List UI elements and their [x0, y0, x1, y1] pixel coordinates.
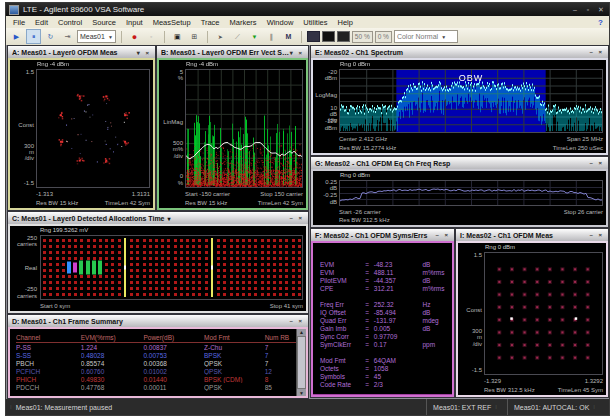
panel-controls[interactable]: – ×	[589, 49, 604, 55]
measurement-select[interactable]: Meas01 ▼	[77, 30, 116, 43]
menu-item-markers[interactable]: Markers	[225, 17, 262, 28]
menu-item-utilities[interactable]: Utilities	[298, 17, 332, 28]
menu-item-input[interactable]: Input	[121, 17, 148, 28]
record-icon[interactable]: ●	[127, 29, 142, 44]
menu-item-edit[interactable]: Edit	[30, 17, 53, 28]
table-row[interactable]: PHICH0.498300.01440BPSK (CDM)8	[16, 375, 296, 383]
result-row: Freq Err=252.32Hz	[313, 301, 452, 309]
status-bar: ⁞ Meas01: Measurement paused Meas01: EXT…	[6, 399, 609, 415]
result-row: Sync Corr=0.97709	[313, 333, 452, 341]
table-row[interactable]: PCFICH0.607600.01002QPSK12	[16, 367, 296, 375]
table-cell: 7	[265, 351, 296, 359]
panel-c-titlebar[interactable]: C: Meas01 - Layer0 Detected Allocations …	[8, 212, 308, 224]
peak-marker-icon[interactable]: ▼	[247, 29, 262, 44]
panel-b-titlebar[interactable]: B: Meas01 - Layer0 OFDM Err Vect Spectru…	[157, 46, 308, 58]
panel-d-titlebar[interactable]: D: Meas01 - Ch1 Frame Summary – ×	[8, 315, 308, 327]
panel-a-title: A: Meas01 - Layer0 OFDM Meas	[12, 49, 117, 56]
table-cell: BPSK	[204, 351, 265, 359]
panel-g-titlebar[interactable]: G: Meas02 - Ch1 OFDM Eq Ch Freq Resp – ×	[311, 157, 608, 169]
panel-eq-freq-resp-g: G: Meas02 - Ch1 OFDM Eq Ch Freq Resp – ×…	[311, 157, 608, 227]
restore-icon[interactable]: ▫	[583, 6, 593, 14]
column-header: Mod Fmt	[204, 333, 265, 343]
constellation-plot[interactable]	[485, 253, 602, 374]
menu-item-meassetup[interactable]: MeasSetup	[148, 17, 196, 28]
y-axis-scale: 500 m% /div	[159, 140, 183, 159]
table-row[interactable]: P-SS1.2240.00837Z-Chu7	[16, 343, 296, 352]
result-label: Gain Imb	[320, 325, 365, 333]
panel-f-titlebar[interactable]: F: Meas02 - Ch1 OFDM Syms/Errs – ×	[311, 229, 454, 241]
panel-controls[interactable]: – ×	[589, 160, 604, 166]
y-axis-bottom: -250 carriers	[10, 286, 37, 299]
panel-controls[interactable]: – ×	[289, 215, 304, 221]
scrollbar-thumb[interactable]	[297, 336, 306, 389]
table-cell: 85	[265, 383, 296, 391]
table-cell: 0.47768	[81, 383, 144, 391]
slope-icon[interactable]: ⟋	[230, 29, 245, 44]
play-icon[interactable]: ▶	[9, 29, 24, 44]
x-axis-right: Stop 150 carrier	[260, 191, 303, 197]
panel-i-titlebar[interactable]: I: Meas02 - Ch1 OFDM Meas – ×	[456, 229, 608, 241]
panel-controls[interactable]: – ×	[289, 318, 304, 324]
help-icon[interactable]: ?	[598, 18, 607, 27]
error-vector-spectrum-plot[interactable]	[186, 70, 302, 187]
pause-icon[interactable]: ⏸	[26, 29, 41, 44]
range-label: Rng 199.5262 mV	[40, 227, 88, 233]
table-cell: BPSK (CDM)	[204, 375, 265, 383]
menu-item-window[interactable]: Window	[262, 17, 299, 28]
vertical-scrollbar[interactable]: ▲ ▼	[296, 329, 306, 396]
result-unit: dB	[422, 309, 452, 317]
window-titlebar[interactable]: LTE - Agilent 89600 VSA Software – ▫ ✕	[6, 3, 609, 16]
panel-controls[interactable]: ▾ ×	[290, 49, 304, 56]
restart-icon[interactable]: ↻	[43, 29, 58, 44]
grid-layout-icon[interactable]: ⊞	[187, 29, 202, 44]
panel-g-title: G: Meas02 - Ch1 OFDM Eq Ch Freq Resp	[315, 160, 450, 167]
range-label: Rng 0 dBm	[485, 244, 515, 250]
menu-item-trace[interactable]: Trace	[196, 17, 225, 28]
display-b-icon[interactable]	[322, 31, 335, 42]
y-axis-format: LinMag	[159, 119, 183, 125]
result-label: EVM	[320, 269, 365, 277]
menu-item-file[interactable]: File	[8, 17, 30, 28]
ext-ref-status: Meas01: EXT REF⁞	[426, 399, 507, 415]
app-icon	[9, 5, 19, 15]
record-pause-icon[interactable]: ◦	[144, 29, 159, 44]
y-axis-bottom: -0.25 dB	[313, 192, 337, 205]
table-cell: PHICH	[16, 375, 81, 383]
trace-dropdown-icon[interactable]: ▾	[168, 215, 171, 222]
hold-icon[interactable]: ∥	[264, 29, 279, 44]
toolbar-separator	[207, 31, 208, 43]
result-row: CPE=312.21m%rms	[313, 285, 452, 293]
menu-item-control[interactable]: Control	[53, 17, 87, 28]
range-label: Rng -4 dBm	[186, 61, 218, 67]
y-axis-bottom: -120 dBm	[313, 118, 337, 131]
allocations-plot[interactable]	[41, 236, 302, 299]
menu-item-source[interactable]: Source	[87, 17, 121, 28]
freq-response-plot[interactable]	[340, 181, 602, 205]
color-scheme-select[interactable]: Color Normal ▼	[394, 30, 458, 43]
pointer-icon[interactable]: ➤	[213, 29, 228, 44]
panel-controls[interactable]: – ×	[435, 232, 450, 238]
panel-controls[interactable]: – ×	[589, 232, 604, 238]
scroll-up-icon[interactable]: ▲	[299, 329, 304, 335]
layout-icon[interactable]: ▣	[170, 29, 185, 44]
display-a-icon[interactable]	[307, 31, 320, 42]
marker-icon[interactable]: M	[281, 29, 296, 44]
close-icon[interactable]: ✕	[596, 6, 606, 14]
table-cell: 12	[265, 367, 296, 375]
table-row[interactable]: PDCCH0.477680.00011QPSK85	[16, 383, 296, 391]
scroll-down-icon[interactable]: ▼	[299, 390, 304, 396]
table-row[interactable]: S-SS0.480280.00753BPSK7	[16, 351, 296, 359]
constellation-plot[interactable]	[37, 70, 149, 187]
panel-i-title: I: Meas02 - Ch1 OFDM Meas	[460, 232, 553, 239]
y-axis-top: 250 carriers	[10, 235, 37, 248]
vsa-window: LTE - Agilent 89600 VSA Software – ▫ ✕ F…	[6, 3, 609, 415]
res-bw-label: Res BW 15 kHz	[185, 200, 227, 206]
menu-item-help[interactable]: Help	[332, 17, 357, 28]
single-icon[interactable]: ⇥	[60, 29, 75, 44]
panel-e-titlebar[interactable]: E: Meas02 - Ch1 Spectrum – ×	[311, 46, 608, 58]
panel-controls[interactable]: ▾ ×	[137, 49, 151, 56]
panel-a-titlebar[interactable]: A: Meas01 - Layer0 OFDM Meas ▾ ×	[8, 46, 155, 58]
minimize-icon[interactable]: –	[570, 6, 580, 14]
display-c-icon[interactable]	[337, 31, 350, 42]
table-row[interactable]: PBCH0.855740.00368QPSK7	[16, 359, 296, 367]
